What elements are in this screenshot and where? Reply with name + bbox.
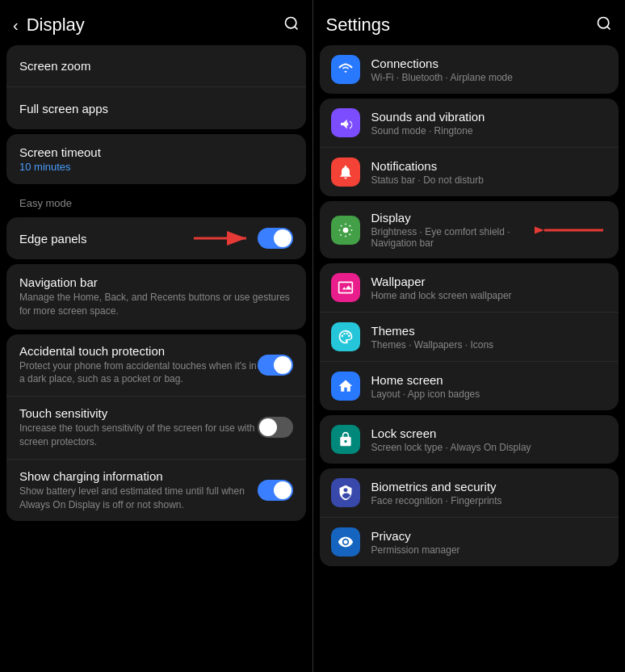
edge-panels-toggle[interactable] <box>258 228 293 249</box>
home-screen-text: Home screen Layout · App icon badges <box>371 373 608 400</box>
settings-group-biometrics: Biometrics and security Face recognition… <box>320 468 619 566</box>
back-icon[interactable]: ‹ <box>13 16 19 35</box>
biometrics-icon <box>331 478 360 507</box>
notifications-icon <box>331 158 360 187</box>
show-charging-item[interactable]: Show charging information Show battery l… <box>6 460 306 522</box>
right-panel-title: Settings <box>326 15 391 36</box>
right-content: Connections Wi-Fi · Bluetooth · Airplane… <box>313 45 626 672</box>
left-panel-title: Display <box>27 15 275 36</box>
notifications-text: Notifications Status bar · Do not distur… <box>371 159 608 186</box>
privacy-item[interactable]: Privacy Permission manager <box>320 518 619 566</box>
svg-line-1 <box>294 26 297 29</box>
left-header: ‹ Display <box>0 0 312 45</box>
right-search-icon[interactable] <box>596 15 612 36</box>
display-group-3: Edge panels <box>6 217 306 259</box>
left-content: Screen zoom Full screen apps Screen time… <box>0 45 312 672</box>
connections-item[interactable]: Connections Wi-Fi · Bluetooth · Airplane… <box>320 45 619 94</box>
display-group-2: Screen timeout 10 minutes <box>6 134 306 184</box>
svg-point-6 <box>342 227 348 233</box>
accidental-touch-toggle[interactable] <box>258 355 293 376</box>
wallpaper-icon <box>331 273 360 302</box>
privacy-text: Privacy Permission manager <box>371 529 608 556</box>
screen-zoom-item[interactable]: Screen zoom <box>6 45 306 87</box>
themes-item[interactable]: Themes Themes · Wallpapers · Icons <box>320 313 619 362</box>
accidental-touch-item[interactable]: Accidental touch protection Protect your… <box>6 334 306 397</box>
svg-line-5 <box>607 26 610 29</box>
navigation-bar-item[interactable]: Navigation bar Manage the Home, Back, an… <box>6 264 306 330</box>
settings-group-connections: Connections Wi-Fi · Bluetooth · Airplane… <box>320 45 619 94</box>
wallpaper-item[interactable]: Wallpaper Home and lock screen wallpaper <box>320 263 619 313</box>
display-group-1: Screen zoom Full screen apps <box>6 45 306 129</box>
easy-mode-label: Easy mode <box>6 189 306 212</box>
themes-text: Themes Themes · Wallpapers · Icons <box>371 324 608 351</box>
settings-group-lock: Lock screen Screen lock type · Always On… <box>320 415 619 464</box>
settings-group-wallpaper: Wallpaper Home and lock screen wallpaper… <box>320 263 619 410</box>
sounds-icon <box>331 108 360 137</box>
full-screen-apps-item[interactable]: Full screen apps <box>6 87 306 129</box>
privacy-icon <box>331 527 360 556</box>
settings-group-sounds: Sounds and vibration Sound mode · Ringto… <box>320 99 619 196</box>
themes-icon <box>331 322 360 351</box>
lock-screen-item[interactable]: Lock screen Screen lock type · Always On… <box>320 415 619 464</box>
touch-sensitivity-toggle[interactable] <box>258 417 293 438</box>
screen-timeout-item[interactable]: Screen timeout 10 minutes <box>6 134 306 184</box>
svg-point-4 <box>598 17 609 27</box>
show-charging-toggle[interactable] <box>258 480 293 501</box>
right-header: Settings <box>313 0 626 45</box>
svg-point-0 <box>285 17 296 27</box>
connections-icon <box>331 55 360 84</box>
red-arrow-left <box>190 227 254 250</box>
display-group-4: Navigation bar Manage the Home, Back, an… <box>6 264 306 330</box>
lock-screen-icon <box>331 425 360 454</box>
sounds-text: Sounds and vibration Sound mode · Ringto… <box>371 110 608 136</box>
touch-sensitivity-item[interactable]: Touch sensitivity Increase the touch sen… <box>6 397 306 460</box>
connections-text: Connections Wi-Fi · Bluetooth · Airplane… <box>371 57 608 83</box>
display-group-5: Accidental touch protection Protect your… <box>6 334 306 522</box>
home-screen-icon <box>331 372 360 401</box>
notifications-item[interactable]: Notifications Status bar · Do not distur… <box>320 148 619 196</box>
biometrics-item[interactable]: Biometrics and security Face recognition… <box>320 468 619 518</box>
wallpaper-text: Wallpaper Home and lock screen wallpaper <box>371 275 608 301</box>
display-icon <box>331 216 360 245</box>
edge-panels-item[interactable]: Edge panels <box>6 217 306 259</box>
settings-group-display: Display Brightness · Eye comfort shield … <box>320 201 619 258</box>
biometrics-text: Biometrics and security Face recognition… <box>371 480 608 506</box>
sounds-item[interactable]: Sounds and vibration Sound mode · Ringto… <box>320 99 619 148</box>
left-panel: ‹ Display Screen zoom Full screen apps S… <box>0 0 312 672</box>
display-item[interactable]: Display Brightness · Eye comfort shield … <box>320 201 619 258</box>
lock-screen-text: Lock screen Screen lock type · Always On… <box>371 426 608 453</box>
red-arrow-right <box>535 219 607 242</box>
home-screen-item[interactable]: Home screen Layout · App icon badges <box>320 362 619 410</box>
right-panel: Settings Connections Wi-Fi · Bluetooth ·… <box>313 0 626 672</box>
left-search-icon[interactable] <box>283 15 300 36</box>
display-text: Display Brightness · Eye comfort shield … <box>371 211 524 249</box>
